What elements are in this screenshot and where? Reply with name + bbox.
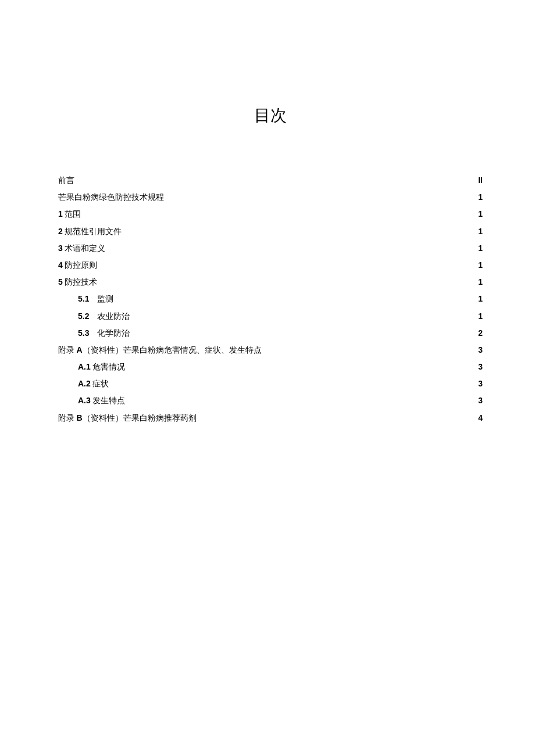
toc-leader-dots — [106, 243, 477, 251]
toc-label: 4 防控原则 — [58, 258, 97, 273]
toc-row: 2 规范性引用文件1 — [58, 224, 483, 239]
toc-leader-dots — [110, 378, 477, 386]
toc-leader-dots — [98, 277, 477, 285]
toc-leader-dots — [76, 175, 477, 183]
toc-row: A.3 发生特点3 — [58, 393, 483, 408]
toc-text: 芒果白粉病绿色防控技术规程 — [58, 193, 164, 202]
toc-page-number: 1 — [478, 275, 483, 289]
toc-label: A.1 危害情况 — [78, 360, 125, 374]
toc-row: 附录 B（资料性）芒果白粉病推荐药剂4 — [58, 411, 483, 425]
toc-label: 5 防控技术 — [58, 275, 97, 289]
toc-text: 危害情况 — [91, 363, 126, 371]
toc-page-number: 3 — [478, 377, 483, 391]
toc-number: A.1 — [78, 362, 91, 371]
toc-number: 3 — [58, 243, 63, 253]
toc-leader-dots — [126, 361, 477, 370]
toc-title: 目次 — [58, 105, 483, 127]
toc-leader-dots — [198, 413, 477, 421]
toc-page-number: 3 — [478, 393, 483, 408]
toc-page-number: 3 — [478, 360, 483, 374]
toc-text: 前言 — [58, 176, 74, 185]
toc-text: 监测 — [89, 295, 113, 303]
toc-row: 前言II — [58, 173, 483, 188]
toc-label: 2 规范性引用文件 — [58, 224, 122, 239]
toc-text: 规范性引用文件 — [63, 227, 122, 236]
toc-page-number: 1 — [478, 224, 483, 239]
toc-leader-dots — [98, 260, 477, 268]
toc-label: 5.1 监测 — [78, 292, 113, 306]
toc-row: 1 范围1 — [58, 207, 483, 221]
toc-number: 1 — [58, 209, 63, 218]
toc-label: 1 范围 — [58, 207, 81, 221]
toc-text: 发生特点 — [91, 396, 126, 405]
toc-row: 附录 A（资料性）芒果白粉病危害情况、症状、发生特点3 — [58, 343, 483, 357]
toc-leader-dots — [123, 226, 477, 234]
toc-row: A.2 症状3 — [58, 377, 483, 391]
toc-row: 5.2 农业防治1 — [58, 309, 483, 324]
toc-page-number: 1 — [478, 292, 483, 306]
toc-page-number: 1 — [478, 190, 483, 205]
toc-text: （资料性）芒果白粉病危害情况、症状、发生特点 — [83, 346, 262, 354]
toc-page-number: 3 — [478, 343, 483, 357]
toc-row: 4 防控原则1 — [58, 258, 483, 273]
toc-label: A.2 症状 — [78, 377, 109, 391]
toc-row: 3 术语和定义1 — [58, 241, 483, 256]
toc-label: 5.3 化学防治 — [78, 326, 130, 341]
toc-number: 5.2 — [78, 311, 89, 321]
toc-row: 5.1 监测1 — [58, 292, 483, 306]
toc-row: 5.3 化学防治2 — [58, 326, 483, 341]
toc-label: 前言 — [58, 173, 74, 188]
toc-text: 附录 — [58, 414, 77, 422]
toc-text: 防控技术 — [63, 278, 98, 286]
toc-number: A.2 — [78, 379, 91, 388]
toc-leader-dots — [131, 328, 477, 336]
toc-number: A.3 — [78, 396, 91, 405]
toc-leader-dots — [82, 209, 477, 217]
toc-text: 症状 — [91, 379, 109, 388]
page: 目次 前言II芒果白粉病绿色防控技术规程11 范围12 规范性引用文件13 术语… — [0, 0, 535, 756]
toc-page-number: 1 — [478, 309, 483, 324]
toc-number: 2 — [58, 227, 63, 236]
toc-number: 5.1 — [78, 294, 89, 303]
toc-number: A — [77, 345, 83, 354]
toc-text: 农业防治 — [89, 312, 130, 321]
toc-page-number: 4 — [478, 411, 483, 425]
toc-label: 附录 B（资料性）芒果白粉病推荐药剂 — [58, 411, 197, 425]
toc-number: 4 — [58, 260, 63, 270]
toc-text: 术语和定义 — [63, 244, 106, 253]
toc-text: 范围 — [63, 210, 81, 218]
toc-text: 附录 — [58, 346, 77, 354]
toc-label: A.3 发生特点 — [78, 393, 125, 408]
toc-label: 芒果白粉病绿色防控技术规程 — [58, 190, 164, 205]
toc-leader-dots — [115, 293, 477, 302]
toc-page-number: 1 — [478, 241, 483, 256]
toc-text: （资料性）芒果白粉病推荐药剂 — [83, 414, 197, 422]
toc-page-number: 2 — [478, 326, 483, 341]
toc-number: 5.3 — [78, 328, 89, 338]
toc-page-number: 1 — [478, 207, 483, 221]
toc-row: A.1 危害情况3 — [58, 360, 483, 374]
toc-number: B — [77, 413, 83, 422]
toc-number: 5 — [58, 277, 63, 286]
toc-leader-dots — [165, 192, 477, 200]
table-of-contents: 前言II芒果白粉病绿色防控技术规程11 范围12 规范性引用文件13 术语和定义… — [58, 173, 483, 425]
toc-leader-dots — [263, 345, 477, 353]
toc-text: 防控原则 — [63, 261, 98, 270]
toc-label: 附录 A（资料性）芒果白粉病危害情况、症状、发生特点 — [58, 343, 262, 357]
toc-text: 化学防治 — [89, 329, 130, 338]
toc-page-number: II — [478, 173, 483, 188]
toc-label: 3 术语和定义 — [58, 241, 105, 256]
toc-page-number: 1 — [478, 258, 483, 273]
toc-row: 5 防控技术1 — [58, 275, 483, 289]
toc-label: 5.2 农业防治 — [78, 309, 130, 324]
toc-row: 芒果白粉病绿色防控技术规程1 — [58, 190, 483, 205]
toc-leader-dots — [126, 395, 477, 403]
toc-leader-dots — [131, 311, 477, 319]
